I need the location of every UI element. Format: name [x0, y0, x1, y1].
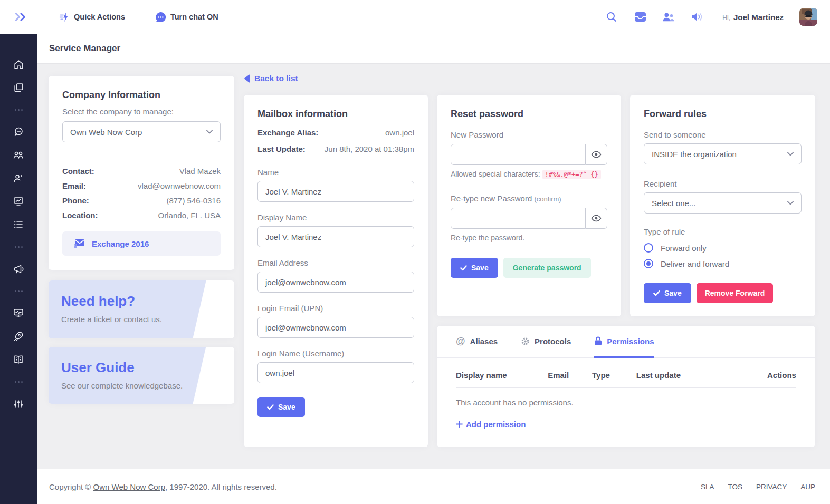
- remove-forward-button[interactable]: Remove Forward: [697, 283, 774, 303]
- footer-link-tos[interactable]: TOS: [728, 483, 742, 491]
- need-help-card[interactable]: Need help? Create a ticket or contact us…: [49, 280, 234, 338]
- col-email: Email: [548, 371, 592, 380]
- remove-forward-label: Remove Forward: [705, 289, 765, 297]
- info-row-location: Location:Orlando, FL. USA: [62, 211, 221, 220]
- main-area: Service Manager Company Information Sele…: [37, 34, 830, 469]
- forward-rules-title: Forward rules: [644, 109, 802, 120]
- generate-password-button[interactable]: Generate password: [503, 258, 591, 278]
- exchange-alias-row: Exchange Alias:own.joel: [257, 128, 414, 137]
- quick-actions-label: Quick Actions: [74, 13, 125, 21]
- chevron-down-icon: [787, 152, 794, 156]
- sidebar-divider-dots: [8, 99, 29, 120]
- page-title: Service Manager: [49, 43, 120, 54]
- show-password-button[interactable]: [586, 144, 607, 165]
- sidebar-item-reports[interactable]: [8, 190, 29, 213]
- footer-links: SLA TOS PRIVACY AUP: [701, 483, 815, 491]
- show-retype-password-button[interactable]: [586, 208, 607, 229]
- company-select[interactable]: Own Web Now Corp: [62, 121, 221, 142]
- email-address-field-group: Email Address: [257, 258, 414, 293]
- retype-password-field[interactable]: [451, 208, 586, 229]
- radio-button-unselected: [644, 243, 653, 253]
- chevron-down-icon: [787, 201, 794, 205]
- name-field-group: Name: [257, 168, 414, 202]
- email-address-field-label: Email Address: [257, 258, 414, 267]
- avatar[interactable]: [799, 8, 817, 26]
- sidebar-item-knowledgebase[interactable]: [8, 348, 29, 371]
- search-button[interactable]: [605, 11, 618, 23]
- sidebar-item-settings[interactable]: [8, 392, 29, 415]
- phone-label: Phone:: [62, 196, 89, 205]
- company-footer-link[interactable]: Own Web Now Corp: [93, 482, 165, 491]
- new-password-label: New Password: [451, 130, 607, 139]
- send-to-select[interactable]: INSIDE the organization: [644, 143, 802, 164]
- sidebar-item-users[interactable]: [8, 143, 29, 167]
- need-help-title: Need help?: [61, 293, 222, 309]
- display-name-field[interactable]: [257, 226, 414, 247]
- sidebar-item-announcements[interactable]: [8, 257, 29, 280]
- chat-icon: [13, 126, 24, 138]
- permissions-table-header: Display name Email Type Last update Acti…: [456, 371, 796, 388]
- back-to-list-link[interactable]: Back to list: [244, 74, 298, 83]
- add-permission-button[interactable]: Add permission: [456, 420, 796, 429]
- sidebar-divider-dots: [8, 280, 29, 302]
- location-label: Location:: [62, 211, 98, 220]
- tab-permissions-label: Permissions: [607, 337, 654, 346]
- sidebar-item-user-settings[interactable]: [8, 167, 29, 190]
- sidebar-item-home[interactable]: [8, 53, 29, 76]
- forward-only-label: Forward only: [661, 244, 707, 253]
- sidebar-divider-dots: [8, 371, 29, 392]
- mailbox-save-button[interactable]: Save: [257, 397, 305, 417]
- radio-deliver-and-forward[interactable]: Deliver and forward: [644, 259, 802, 268]
- turn-chat-button[interactable]: Turn chat ON: [155, 11, 218, 23]
- reset-password-card: Reset password New Password Allowed spec…: [437, 95, 621, 316]
- type-of-rule-label: Type of rule: [644, 227, 685, 236]
- inbox-button[interactable]: [634, 11, 646, 23]
- forward-save-button[interactable]: Save: [644, 283, 691, 303]
- new-password-field[interactable]: [451, 144, 586, 165]
- footer-link-aup[interactable]: AUP: [800, 483, 815, 491]
- mailbox-card-title: Mailbox information: [257, 109, 414, 120]
- tab-protocols[interactable]: Protocols: [521, 326, 571, 358]
- at-icon: @: [456, 336, 465, 347]
- company-card-title: Company Information: [62, 90, 221, 101]
- tab-aliases[interactable]: @ Aliases: [456, 326, 498, 358]
- announcements-button[interactable]: [691, 11, 703, 23]
- login-name-field[interactable]: [257, 362, 414, 383]
- email-address-field[interactable]: [257, 272, 414, 293]
- volume-icon: [691, 12, 703, 22]
- last-update-value: Jun 8th, 2020 at 01:38pm: [325, 144, 414, 153]
- back-triangle-icon: [244, 74, 250, 83]
- sidebar-item-support[interactable]: [8, 120, 29, 143]
- back-to-list-label: Back to list: [254, 74, 298, 83]
- sidebar-item-lists[interactable]: [8, 213, 29, 236]
- name-field[interactable]: [257, 181, 414, 202]
- login-email-field[interactable]: [257, 317, 414, 338]
- contact-value: Vlad Mazek: [179, 167, 221, 176]
- recipient-select[interactable]: Select one...: [644, 192, 802, 214]
- tab-permissions[interactable]: Permissions: [594, 326, 654, 358]
- sidebar-collapse-button[interactable]: [14, 12, 35, 22]
- sidebar-item-status[interactable]: [8, 302, 29, 325]
- user-guide-card[interactable]: User Guide See our complete knowledgebas…: [49, 347, 234, 404]
- col-display-name: Display name: [456, 371, 548, 380]
- contacts-button[interactable]: [662, 11, 675, 23]
- inbox-icon: [634, 12, 646, 22]
- retype-help-text: Re-type the password.: [451, 234, 607, 242]
- sidebar-item-getting-started[interactable]: [8, 325, 29, 348]
- sidebar-item-services[interactable]: [8, 76, 29, 99]
- lightning-icon: [59, 12, 70, 23]
- avatar-photo: [799, 8, 817, 26]
- quick-actions-button[interactable]: Quick Actions: [59, 12, 125, 23]
- book-icon: [13, 354, 24, 365]
- radio-forward-only[interactable]: Forward only: [644, 243, 802, 253]
- user-greeting: Hi, Joel Martinez: [722, 13, 784, 22]
- presentation-icon: [13, 308, 24, 318]
- footer-link-privacy[interactable]: PRIVACY: [756, 483, 787, 491]
- send-to-value: INSIDE the organization: [652, 150, 737, 159]
- footer-link-sla[interactable]: SLA: [701, 483, 714, 491]
- reset-password-title: Reset password: [451, 109, 607, 120]
- user-guide-title: User Guide: [61, 360, 222, 376]
- exchange-2016-button[interactable]: Exchange 2016: [62, 231, 221, 256]
- col-actions: Actions: [721, 371, 796, 380]
- reset-password-save-button[interactable]: Save: [451, 258, 498, 278]
